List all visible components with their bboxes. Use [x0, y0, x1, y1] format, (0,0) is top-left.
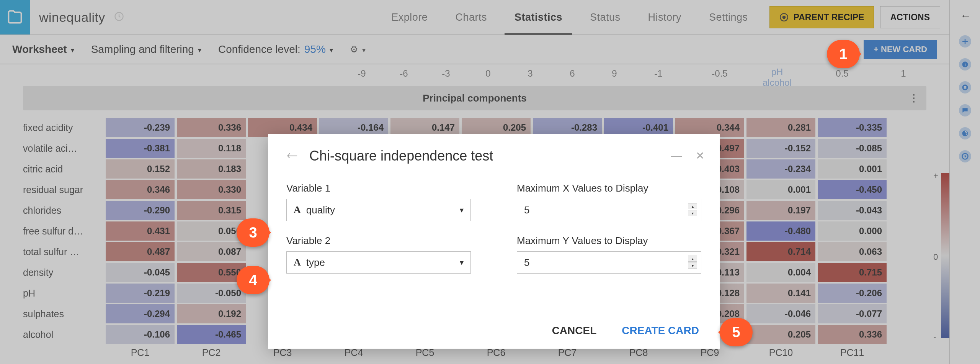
- stepper-icon[interactable]: ▴▾: [688, 256, 697, 269]
- create-card-button[interactable]: CREATE CARD: [619, 324, 701, 337]
- variable1-label: Variable 1: [286, 182, 471, 194]
- variable2-label: Variable 2: [286, 235, 471, 247]
- close-icon[interactable]: ✕: [696, 149, 704, 162]
- modal-back-icon[interactable]: 🡐: [286, 149, 298, 162]
- minimize-icon[interactable]: —: [671, 149, 682, 162]
- maxx-input[interactable]: 5 ▴▾: [517, 199, 701, 221]
- callout-1: 1: [827, 40, 860, 68]
- variable1-select[interactable]: A quality ▾: [286, 199, 471, 221]
- callout-5: 5: [720, 318, 753, 346]
- maxy-input[interactable]: 5 ▴▾: [517, 251, 701, 274]
- stepper-icon[interactable]: ▴▾: [688, 203, 697, 216]
- variable2-select[interactable]: A type ▾: [286, 251, 471, 274]
- callout-4: 4: [237, 266, 270, 294]
- cancel-button[interactable]: CANCEL: [550, 324, 599, 337]
- text-type-icon: A: [294, 204, 301, 216]
- chevron-down-icon: ▾: [460, 258, 464, 267]
- maxx-label: Maximum X Values to Display: [517, 182, 701, 194]
- text-type-icon: A: [294, 257, 301, 268]
- modal: 🡐 Chi-square independence test — ✕ Varia…: [268, 134, 720, 349]
- maxy-label: Maximum Y Values to Display: [517, 235, 701, 247]
- chevron-down-icon: ▾: [460, 205, 464, 215]
- modal-title: Chi-square independence test: [309, 148, 493, 164]
- callout-3: 3: [237, 218, 270, 247]
